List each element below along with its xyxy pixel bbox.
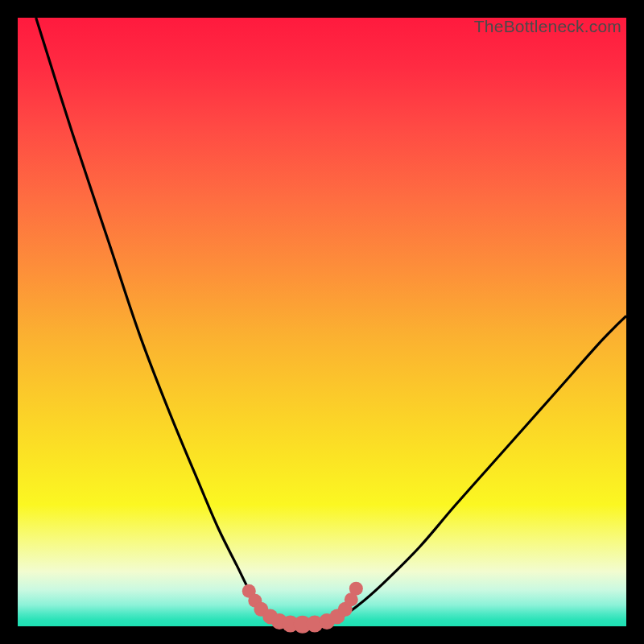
- curve-markers: [242, 582, 363, 634]
- curve-path: [36, 18, 626, 624]
- chart-frame: TheBottleneck.com: [0, 0, 644, 644]
- bottleneck-curve: [18, 18, 626, 626]
- curve-marker: [349, 582, 363, 596]
- plot-area: TheBottleneck.com: [18, 18, 626, 626]
